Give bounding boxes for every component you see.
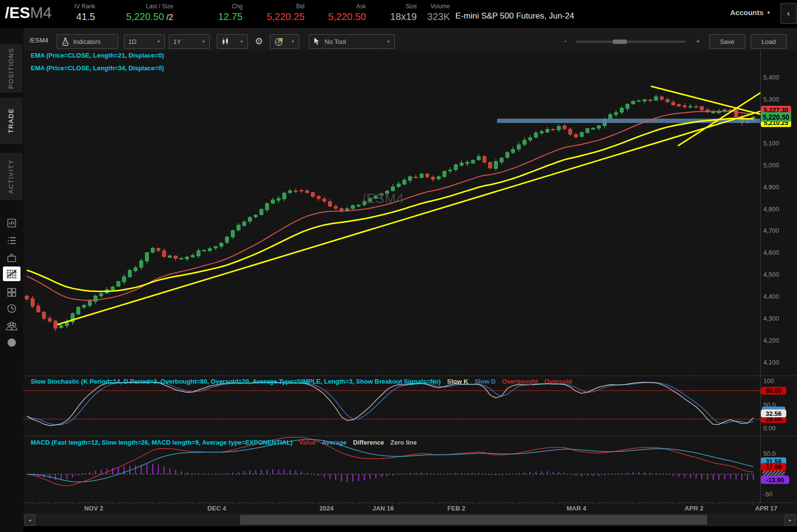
trading-platform-window: 5,4005,3005,2005,1005,0004,9004,8004,700…: [0, 0, 797, 532]
chevron-down-icon: ▼: [157, 40, 161, 44]
chart-watermark: /ESM4: [362, 191, 404, 206]
symbol-title: /ESM4: [5, 4, 52, 22]
arrow-left-icon: ◂: [28, 517, 31, 523]
legend-item: Oversold: [544, 378, 572, 385]
stochastic-study-label: Slow Stochastic (K Period=14, D Period=3…: [31, 378, 441, 385]
sidebar-tv-icon[interactable]: [0, 250, 23, 265]
legend-item: Slow D: [474, 378, 495, 385]
time-scrollbar[interactable]: ◂ ▸: [23, 513, 797, 526]
chart-settings-gear-icon[interactable]: ⚙: [252, 35, 266, 47]
sidebar-list-icon[interactable]: [0, 233, 23, 248]
stat-value: 5,220.25: [266, 10, 305, 23]
active-chart-tile: [3, 266, 20, 281]
drawing-set-dropdown[interactable]: ▼: [270, 34, 299, 49]
ema21-study-label: EMA (Price=CLOSE, Length=21, Displace=0): [31, 52, 164, 59]
symbol-suffix: M4: [30, 4, 52, 21]
stat-value: 41.5: [74, 10, 95, 23]
stat-label: Last / Size: [126, 2, 173, 10]
legend-item: Overbought: [502, 378, 538, 385]
sidebar-people-icon[interactable]: [0, 319, 23, 333]
stat-value: 5,220.50 /2: [126, 10, 173, 24]
stat-label: Ask: [328, 2, 366, 10]
quote-stat: Last / Size5,220.50 /2: [126, 2, 173, 24]
scroll-left-button[interactable]: ◂: [24, 514, 35, 526]
chevron-down-icon: ▼: [387, 40, 390, 44]
indicators-button[interactable]: Indicators: [57, 34, 118, 49]
stat-label: IV Rank: [74, 2, 95, 10]
legend-item: Value: [299, 439, 315, 446]
stat-label: Chg: [218, 2, 243, 10]
zoom-slider-handle[interactable]: [613, 40, 627, 44]
chart-toolbar: /ESM4 Indicators 1D▼ 1Y▼ ▼ ⚙ ▼ No Tool▼ …: [23, 28, 797, 51]
chart-type-dropdown[interactable]: ▼: [217, 34, 248, 49]
quote-stat: Ask5,220.50: [328, 2, 366, 23]
zoom-out-button[interactable]: -: [564, 37, 567, 45]
chart-symbol-label: /ESM4: [29, 37, 48, 44]
save-button[interactable]: Save: [709, 34, 745, 49]
instrument-description: E-mini S&P 500 Futures, Jun-24: [455, 11, 574, 21]
time-axis[interactable]: [23, 503, 760, 513]
legend-item: Slow K: [447, 378, 468, 385]
flask-icon: [61, 37, 70, 46]
stat-label: Volume: [427, 2, 450, 10]
drawing-set-icon: [274, 37, 284, 46]
stochastic-legend: Slow KSlow DOverboughtOversold: [447, 378, 572, 385]
symbol-root: /ES: [5, 4, 30, 21]
stat-value: 12.75: [218, 10, 243, 23]
chevron-down-icon: ▼: [291, 40, 295, 44]
quote-stat: IV Rank41.5: [74, 2, 95, 23]
quote-header: /ESM4 IV Rank41.5Last / Size5,220.50 /2C…: [0, 0, 797, 28]
sidebar-history-icon[interactable]: [0, 301, 23, 316]
legend-item: Difference: [353, 439, 384, 446]
collapse-panel-button[interactable]: ‹: [780, 3, 797, 24]
stat-label: Bid: [266, 2, 305, 10]
macd-label-row: MACD (Fast length=12, Slow length=26, MA…: [31, 439, 417, 446]
svg-text:?: ?: [10, 340, 13, 347]
accounts-menu[interactable]: Accounts▼: [730, 8, 771, 17]
macd-legend: ValueAverageDifferenceZero line: [299, 439, 417, 446]
timeframe-dropdown[interactable]: 1D▼: [124, 34, 165, 49]
sidebar-tab-activity[interactable]: ACTIVITY: [0, 153, 22, 200]
chevron-down-icon: ▼: [240, 40, 244, 44]
zoom-in-button[interactable]: +: [696, 37, 700, 45]
quote-stat: Volume323K: [427, 2, 450, 23]
zoom-slider[interactable]: [576, 41, 686, 43]
macd-study-label: MACD (Fast length=12, Slow length=26, MA…: [31, 439, 292, 446]
quote-stat: Bid5,220.25: [266, 2, 305, 23]
scrollbar-thumb[interactable]: [240, 515, 707, 525]
sidebar-help-icon[interactable]: ?: [0, 335, 23, 350]
sidebar-grid-icon[interactable]: [0, 285, 23, 300]
stat-value: 18x19: [390, 10, 417, 23]
range-dropdown[interactable]: 1Y▼: [169, 34, 210, 49]
load-button[interactable]: Load: [751, 34, 787, 49]
candlestick-icon: [221, 37, 230, 46]
scroll-right-button[interactable]: ▸: [785, 514, 796, 526]
quote-stat: Chg12.75: [218, 2, 243, 23]
stat-label: Size: [390, 2, 417, 10]
legend-item: Average: [322, 439, 347, 446]
stochastic-label-row: Slow Stochastic (K Period=14, D Period=3…: [31, 378, 572, 385]
active-tool-dropdown[interactable]: No Tool▼: [309, 34, 395, 49]
price-axis[interactable]: [760, 51, 797, 503]
cursor-icon: [313, 38, 320, 45]
stat-value: 323K: [427, 10, 450, 23]
ema34-study-label: EMA (Price=CLOSE, Length=34, Displace=0): [31, 64, 164, 72]
left-sidebar: POSITIONSTRADEACTIVITY ?: [0, 28, 23, 532]
chart-canvas[interactable]: 5,4005,3005,2005,1005,0004,9004,8004,700…: [0, 0, 797, 532]
sidebar-charts-icon[interactable]: [0, 266, 23, 281]
quote-stat: Size18x19: [390, 2, 417, 23]
sidebar-report-icon[interactable]: [0, 216, 23, 230]
chevron-left-icon: ‹: [787, 8, 790, 18]
chevron-down-icon: ▼: [766, 10, 771, 15]
chevron-down-icon: ▼: [202, 40, 205, 44]
sidebar-tab-positions[interactable]: POSITIONS: [0, 44, 22, 93]
arrow-right-icon: ▸: [789, 517, 791, 523]
stat-value: 5,220.50: [328, 10, 366, 23]
sidebar-tab-trade[interactable]: TRADE: [0, 98, 22, 144]
legend-item: Zero line: [390, 439, 417, 446]
